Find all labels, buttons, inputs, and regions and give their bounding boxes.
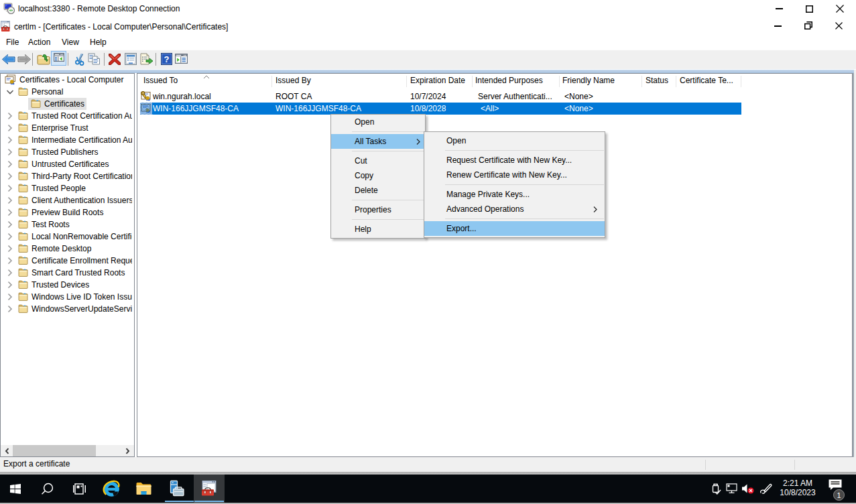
svg-text:?: ? (164, 54, 170, 64)
